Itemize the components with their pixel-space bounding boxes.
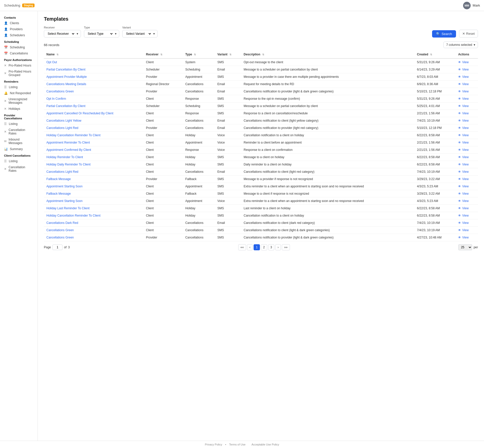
view-link[interactable]: 👁 View: [458, 133, 475, 137]
page-1-button[interactable]: 1: [254, 244, 260, 250]
sidebar-item-holidays[interactable]: ✕Holidays: [0, 106, 38, 112]
row-name-link[interactable]: Cancellations Green: [46, 90, 74, 93]
view-link[interactable]: 👁 View: [458, 199, 475, 203]
page-first-button[interactable]: ««: [238, 244, 246, 250]
row-created: 6/22/23, 8:58 AM: [414, 161, 456, 168]
col-name[interactable]: Name ⇅: [44, 51, 143, 58]
row-name-link[interactable]: Fallback Message: [46, 192, 71, 195]
page-last-button[interactable]: »»: [282, 244, 290, 250]
view-link[interactable]: 👁 View: [458, 119, 475, 122]
variant-select-wrap[interactable]: Select Variant SMS Email Voice ▾: [122, 30, 158, 38]
reset-button[interactable]: ✕ Reset: [459, 30, 478, 38]
row-name-link[interactable]: Appointment Reminder To Client: [46, 141, 90, 144]
privacy-policy-link[interactable]: Privacy Policy: [205, 443, 222, 446]
sidebar-item-unrecognized-messages[interactable]: ✕Unrecognized Messages: [0, 96, 38, 106]
view-link[interactable]: 👁 View: [458, 206, 475, 210]
page-number-input[interactable]: [52, 245, 63, 250]
row-name-link[interactable]: Appointment Starting Soon: [46, 199, 82, 203]
view-link[interactable]: 👁 View: [458, 185, 475, 188]
page-prev-button[interactable]: ‹: [247, 244, 253, 250]
view-link[interactable]: 👁 View: [458, 163, 475, 166]
sidebar-item-cancellations[interactable]: 📅Cancellations: [0, 50, 38, 56]
view-link[interactable]: 👁 View: [458, 112, 475, 115]
sidebar-item-client-cancellation-rates[interactable]: ✕Cancellation Rates: [0, 164, 38, 174]
columns-selected-button[interactable]: 7 columns selected ▾: [443, 42, 478, 48]
col-description[interactable]: Description ⇅: [241, 51, 415, 58]
type-select-wrap[interactable]: Select Type System Scheduling Appointmen…: [84, 30, 119, 38]
acceptable-use-link[interactable]: Acceptable Use Policy: [252, 443, 279, 446]
view-link[interactable]: 👁 View: [458, 155, 475, 159]
view-link[interactable]: 👁 View: [458, 148, 475, 152]
sidebar-item-schedulers[interactable]: 👤Schedulers: [0, 32, 38, 38]
row-name-link[interactable]: Appointment Starting Soon: [46, 185, 82, 188]
view-link[interactable]: 👁 View: [458, 236, 475, 239]
page-next-button[interactable]: ›: [275, 244, 281, 250]
view-link[interactable]: 👁 View: [458, 104, 475, 108]
sidebar-section-title-contacts: Contacts: [0, 14, 38, 20]
view-link[interactable]: 👁 View: [458, 170, 475, 174]
row-name-link[interactable]: Holiday Last Reminder To Client: [46, 206, 89, 210]
sidebar-item-pro-rated-hours[interactable]: ✕Pro-Rated Hours: [0, 62, 38, 68]
view-link[interactable]: 👁 View: [458, 192, 475, 195]
view-link[interactable]: 👁 View: [458, 228, 475, 232]
col-receiver[interactable]: Receiver ⇅: [143, 51, 183, 58]
row-name-link[interactable]: Cancellations Light Yellow: [46, 119, 81, 122]
row-name-link[interactable]: Partial Cancellation By Client: [46, 104, 85, 108]
page-3-button[interactable]: 3: [268, 244, 275, 250]
row-name-link[interactable]: Cancellations Green: [46, 228, 74, 232]
row-name-link[interactable]: Holiday Cancellation Reminder To Client: [46, 214, 101, 217]
variant-select[interactable]: Select Variant SMS Email Voice: [125, 32, 152, 36]
sidebar-item-inbound-messages[interactable]: ✉Inbound Messages: [0, 136, 38, 146]
row-name-link[interactable]: Cancellations Meeting Details: [46, 82, 86, 86]
view-link[interactable]: 👁 View: [458, 141, 475, 144]
row-name-link[interactable]: Appointment Provider Multiple: [46, 75, 87, 79]
view-link[interactable]: 👁 View: [458, 75, 475, 79]
view-link[interactable]: 👁 View: [458, 60, 475, 64]
col-created[interactable]: Created ⇅: [414, 51, 456, 58]
sidebar-item-client-listing[interactable]: ☰Listing: [0, 158, 38, 164]
view-link[interactable]: 👁 View: [458, 68, 475, 71]
sidebar-item-scheduling[interactable]: 📅Scheduling: [0, 44, 38, 50]
per-page-select[interactable]: 10 25 50 100: [458, 244, 472, 250]
row-name-link[interactable]: Appointment Cancelled Or Rescheduled By …: [46, 112, 113, 115]
row-name-link[interactable]: Partial Cancellation By Client: [46, 68, 85, 71]
sidebar-item-reminders-listing[interactable]: ☰Listing: [0, 84, 38, 90]
row-name-link[interactable]: Holiday Daily Reminder To Client: [46, 163, 90, 166]
eye-icon: 👁: [458, 75, 461, 79]
terms-link[interactable]: Terms of Use: [229, 443, 246, 446]
row-name-link[interactable]: Cancellations Light Red: [46, 126, 78, 130]
sidebar-item-cancellation-rates[interactable]: ✕Cancellation Rates: [0, 127, 38, 136]
row-name-link[interactable]: Cancellations Green: [46, 236, 74, 239]
view-link[interactable]: 👁 View: [458, 90, 475, 93]
row-name-link[interactable]: Cancellations Light Red: [46, 170, 78, 174]
table-row: Appointment Starting SoonClientAppointme…: [44, 183, 478, 190]
sidebar-item-summary[interactable]: 📊Summary: [0, 146, 38, 152]
sidebar-item-not-responded[interactable]: 🔔Not Responded: [0, 90, 38, 96]
view-link[interactable]: 👁 View: [458, 97, 475, 100]
type-select[interactable]: Select Type System Scheduling Appointmen…: [87, 32, 113, 36]
sidebar-item-providers[interactable]: 👤Providers: [0, 26, 38, 32]
view-link[interactable]: 👁 View: [458, 221, 475, 225]
view-link[interactable]: 👁 View: [458, 177, 475, 181]
row-name-link[interactable]: Cancellations Dark Red: [46, 221, 78, 225]
receiver-select[interactable]: Select Receiver Client Provider Schedule…: [47, 32, 75, 36]
sidebar-item-pro-rated-hours-grouped[interactable]: ✕Pro-Rated Hours Grouped: [0, 68, 38, 78]
view-link[interactable]: 👁 View: [458, 214, 475, 217]
sidebar-item-clients[interactable]: 👤Clients: [0, 20, 38, 26]
row-type: Cancellations: [183, 168, 215, 176]
row-created: 2/21/23, 1:56 AM: [414, 139, 456, 146]
row-name-link[interactable]: Holiday Cancellation Reminder To Client: [46, 133, 101, 137]
view-link[interactable]: 👁 View: [458, 126, 475, 130]
receiver-select-wrap[interactable]: Select Receiver Client Provider Schedule…: [44, 30, 81, 38]
page-2-button[interactable]: 2: [261, 244, 267, 250]
row-name-link[interactable]: Appointment Confirmed By Client: [46, 148, 91, 152]
row-name-link[interactable]: Fallback Message: [46, 177, 71, 181]
search-button[interactable]: 🔍 Search: [432, 30, 456, 38]
col-type[interactable]: Type ⇅: [183, 51, 215, 58]
sidebar-item-provider-listing[interactable]: ☰Listing: [0, 121, 38, 127]
view-link[interactable]: 👁 View: [458, 82, 475, 86]
row-name-link[interactable]: Holiday Reminder To Client: [46, 155, 83, 159]
row-name-link[interactable]: Opt In Confirm: [46, 97, 66, 100]
row-name-link[interactable]: Opt Out: [46, 60, 57, 64]
col-variant[interactable]: Variant ⇅: [215, 51, 241, 58]
